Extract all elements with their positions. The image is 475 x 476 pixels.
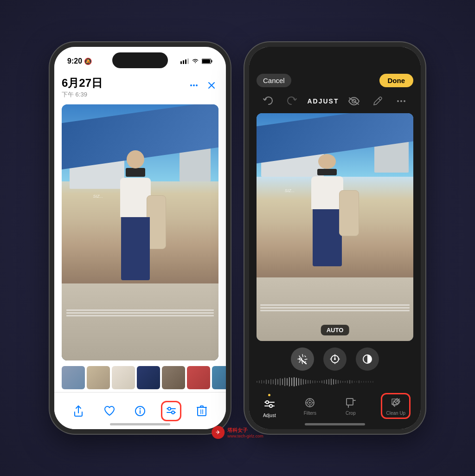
- status-time-1: 9:20 🔕: [67, 57, 92, 65]
- tab-cleanup[interactable]: Clean Up: [381, 393, 411, 419]
- undo-button[interactable]: [260, 93, 276, 109]
- svg-line-25: [379, 98, 380, 100]
- svg-rect-14: [140, 410, 141, 414]
- cancel-button[interactable]: Cancel: [257, 74, 291, 87]
- phone1-content: 9:20 🔕: [54, 47, 226, 429]
- thumbnail-item[interactable]: [212, 366, 226, 389]
- bell-icon: 🔕: [84, 58, 92, 65]
- svg-point-9: [196, 84, 198, 86]
- date-sub: 下午 6:39: [62, 90, 103, 99]
- filters-tab-label: Filters: [304, 411, 316, 416]
- edit-photo-background: SIZ... AUTO: [257, 113, 413, 341]
- time-display: 9:20: [67, 57, 82, 65]
- svg-rect-2: [185, 59, 186, 64]
- filters-tab-icon: [303, 396, 316, 409]
- more-options-button[interactable]: [187, 78, 201, 92]
- edit-header: Cancel Done: [249, 72, 421, 91]
- site-name: 塔科女子: [227, 427, 263, 434]
- svg-point-16: [168, 407, 171, 410]
- main-photo: SIZ...: [62, 104, 218, 360]
- tab-filters[interactable]: Filters: [300, 394, 320, 418]
- svg-rect-19: [198, 407, 206, 416]
- done-button[interactable]: Done: [379, 74, 414, 87]
- svg-point-27: [400, 100, 402, 102]
- home-indicator-2: [305, 423, 365, 425]
- svg-point-28: [404, 100, 405, 102]
- svg-point-18: [172, 411, 174, 414]
- edit-title: ADJUST: [307, 97, 339, 105]
- svg-rect-49: [347, 399, 353, 405]
- active-indicator: [268, 394, 270, 396]
- tab-adjust[interactable]: Adjust: [259, 392, 280, 420]
- svg-point-26: [397, 100, 399, 102]
- share-button[interactable]: [68, 401, 89, 421]
- crop-tab-icon: [344, 396, 357, 409]
- watermark: ✈ 塔科女子 www.tech-girlz.com: [212, 426, 263, 439]
- info-button[interactable]: [130, 401, 150, 421]
- thumbnail-item[interactable]: [62, 366, 85, 389]
- photo-background: SIZ...: [62, 104, 218, 360]
- adjust-tab-icon: [263, 399, 276, 412]
- edit-adjust-tools: [249, 343, 421, 375]
- site-url: www.tech-girlz.com: [227, 434, 263, 438]
- thumbnail-item[interactable]: [187, 366, 210, 389]
- watermark-icon: ✈: [212, 426, 225, 439]
- svg-rect-5: [212, 60, 212, 63]
- wifi-icon: [192, 58, 199, 64]
- thumbnail-item[interactable]: [112, 366, 135, 389]
- svg-rect-3: [187, 58, 189, 64]
- signal-icon: [180, 58, 189, 64]
- svg-point-8: [193, 84, 195, 86]
- redo-button[interactable]: [283, 93, 300, 109]
- more-edit-button[interactable]: [393, 93, 410, 109]
- trash-button[interactable]: [192, 401, 212, 421]
- slider-area: [249, 375, 421, 388]
- cleanup-tab-icon: [389, 396, 402, 409]
- svg-point-7: [190, 84, 192, 86]
- cleanup-tab-label: Clean Up: [386, 411, 405, 416]
- svg-point-44: [309, 402, 311, 404]
- slider-track[interactable]: [257, 377, 413, 386]
- markup-button[interactable]: [369, 93, 386, 109]
- phone-1: 9:20 🔕: [50, 42, 231, 434]
- svg-point-39: [266, 401, 269, 404]
- thumbnail-item[interactable]: [162, 366, 185, 389]
- hide-button[interactable]: [346, 93, 362, 109]
- photo-header-icons: [187, 78, 218, 92]
- date-main: 6月27日: [62, 76, 103, 90]
- thumbnail-item[interactable]: [137, 366, 160, 389]
- edit-toolbar-top: ADJUST: [249, 91, 421, 111]
- svg-point-29: [300, 358, 302, 360]
- svg-point-13: [140, 408, 141, 409]
- adjust-tab-label: Adjust: [263, 413, 276, 418]
- thumbnail-strip: [54, 364, 226, 392]
- svg-rect-0: [180, 61, 182, 64]
- svg-rect-1: [183, 60, 184, 64]
- svg-point-32: [334, 358, 336, 360]
- crop-tab-label: Crop: [346, 411, 356, 416]
- tab-crop[interactable]: Crop: [340, 394, 361, 418]
- phone2-content: Cancel Done ADJUST: [249, 47, 421, 429]
- svg-rect-6: [202, 59, 210, 63]
- contrast-button[interactable]: [356, 347, 379, 371]
- magic-wand-button[interactable]: [291, 347, 314, 371]
- battery-icon: [202, 58, 213, 64]
- watermark-text: 塔科女子 www.tech-girlz.com: [227, 427, 263, 438]
- photo-date: 6月27日 下午 6:39: [62, 76, 103, 99]
- thumbnail-item[interactable]: [87, 366, 110, 389]
- auto-badge: AUTO: [321, 325, 349, 335]
- svg-point-41: [270, 405, 272, 407]
- dynamic-island-2: [307, 52, 363, 68]
- exposure-button[interactable]: [323, 347, 347, 371]
- status-icons-1: [180, 58, 213, 64]
- dynamic-island-1: [112, 52, 168, 68]
- close-button[interactable]: [205, 78, 218, 92]
- photo-header: 6月27日 下午 6:39: [54, 72, 226, 101]
- home-indicator-1: [110, 423, 170, 425]
- edit-photo: SIZ... AUTO: [257, 113, 413, 341]
- adjust-button[interactable]: [161, 401, 181, 421]
- heart-button[interactable]: [99, 401, 120, 421]
- phone-2: Cancel Done ADJUST: [244, 42, 425, 434]
